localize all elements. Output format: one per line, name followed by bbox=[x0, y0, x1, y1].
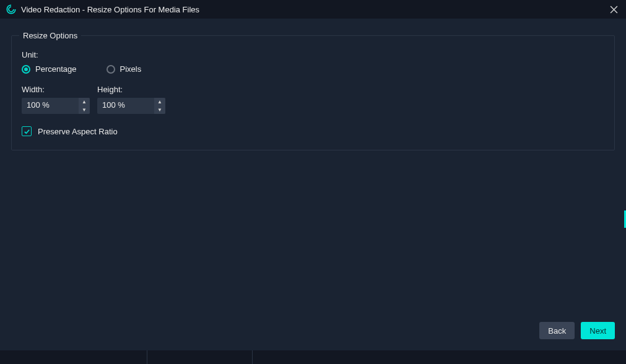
back-button[interactable]: Back bbox=[539, 322, 575, 339]
close-button[interactable] bbox=[607, 3, 620, 15]
radio-percentage[interactable]: Percentage bbox=[22, 64, 77, 74]
width-step-up[interactable]: ▲ bbox=[79, 98, 90, 106]
height-stepper: ▲ ▼ bbox=[154, 98, 165, 114]
radio-pixels[interactable]: Pixels bbox=[107, 64, 142, 74]
preserve-aspect-label: Preserve Aspect Ratio bbox=[38, 127, 118, 136]
preserve-aspect-checkbox[interactable]: Preserve Aspect Ratio bbox=[22, 126, 604, 136]
titlebar: Video Redaction - Resize Options For Med… bbox=[0, 0, 626, 19]
height-label: Height: bbox=[97, 85, 165, 94]
window-title: Video Redaction - Resize Options For Med… bbox=[21, 5, 607, 14]
radio-label: Percentage bbox=[35, 64, 77, 74]
radio-circle-icon bbox=[107, 65, 115, 74]
resize-options-group: Resize Options Unit: Percentage Pixels W… bbox=[11, 31, 615, 150]
dimensions-row: Width: 100 % ▲ ▼ Height: 100 % ▲ ▼ bbox=[22, 85, 604, 114]
app-logo-icon bbox=[6, 4, 16, 14]
footer-buttons: Back Next bbox=[539, 322, 615, 339]
unit-label: Unit: bbox=[22, 50, 604, 59]
width-step-down[interactable]: ▼ bbox=[79, 106, 90, 114]
width-label: Width: bbox=[22, 85, 90, 94]
status-bar bbox=[0, 350, 626, 364]
next-button[interactable]: Next bbox=[581, 322, 615, 339]
content-area: Resize Options Unit: Percentage Pixels W… bbox=[0, 19, 626, 163]
radio-label: Pixels bbox=[120, 64, 142, 74]
unit-radio-group: Percentage Pixels bbox=[22, 64, 604, 74]
radio-circle-icon bbox=[22, 65, 30, 74]
width-spinner[interactable]: 100 % ▲ ▼ bbox=[22, 98, 90, 114]
group-legend: Resize Options bbox=[19, 31, 81, 40]
height-field: Height: 100 % ▲ ▼ bbox=[97, 85, 165, 114]
checkbox-icon bbox=[22, 126, 32, 136]
height-step-up[interactable]: ▲ bbox=[154, 98, 165, 106]
width-stepper: ▲ ▼ bbox=[79, 98, 90, 114]
status-segment bbox=[0, 350, 147, 364]
height-step-down[interactable]: ▼ bbox=[154, 106, 165, 114]
close-icon bbox=[610, 6, 618, 14]
status-segment bbox=[147, 350, 253, 364]
height-spinner[interactable]: 100 % ▲ ▼ bbox=[97, 98, 165, 114]
width-value[interactable]: 100 % bbox=[22, 98, 79, 114]
height-value[interactable]: 100 % bbox=[97, 98, 154, 114]
width-field: Width: 100 % ▲ ▼ bbox=[22, 85, 90, 114]
